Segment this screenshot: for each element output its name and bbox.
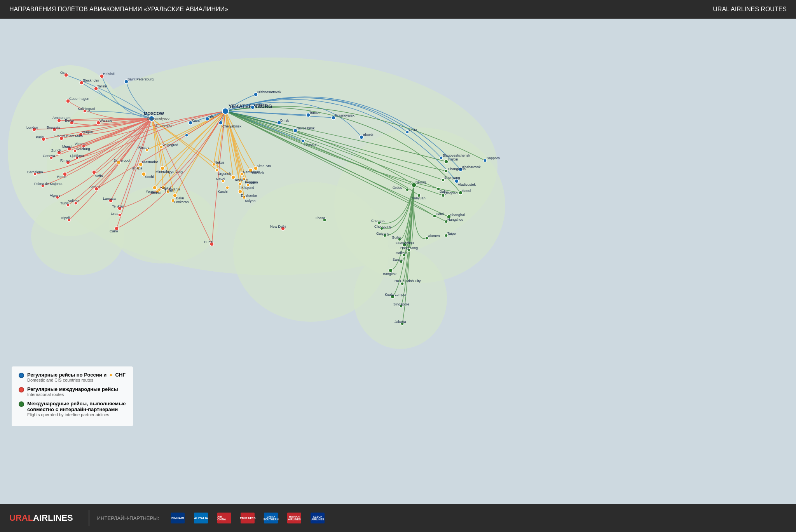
svg-text:Rimini: Rimini [60,159,70,162]
svg-text:Ordos: Ordos [393,186,402,190]
svg-point-24 [406,131,409,134]
svg-point-64 [226,186,229,189]
legend-ru-domestic: Регулярные рейсы по России и ● СНГ [27,372,126,378]
legend-domestic: Регулярные рейсы по России и ● СНГ Domes… [19,372,126,382]
partner-finnair: FINNAIR [171,513,186,523]
svg-text:Shanghai: Shanghai [450,213,465,217]
svg-text:Tunis: Tunis [60,201,69,205]
svg-text:Saint Petersburg: Saint Petersburg [127,77,154,81]
svg-text:Kaliningrad: Kaliningrad [78,107,95,111]
svg-text:Copenhagen: Copenhagen [69,97,89,101]
legend-en-international: International routes [27,392,118,397]
svg-text:Novosibirsk: Novosibirsk [297,126,315,130]
svg-text:Ljubljana: Ljubljana [70,154,84,158]
svg-text:Xiamen: Xiamen [428,234,440,238]
svg-text:Nizhnesartovsk: Nizhnesartovsk [257,90,281,94]
svg-text:Lenkoran: Lenkoran [174,200,189,204]
svg-text:Hong Kong: Hong Kong [400,246,418,250]
svg-text:Vladivostok: Vladivostok [458,183,476,187]
svg-text:Salzburg: Salzburg [76,147,90,151]
alitalia-logo: ALITALIA [194,513,208,523]
legend-interline: Международные рейсы, выполняемыесовместн… [19,401,126,417]
svg-text:Taipei: Taipei [447,232,457,235]
svg-text:Navoi: Navoi [216,177,225,181]
svg-text:Qingdao: Qingdao [444,191,457,195]
finnair-logo: FINNAIR [171,513,185,523]
svg-point-22 [302,140,305,143]
svg-text:Batumi: Batumi [150,191,161,195]
footer-logo-ural: URAL [9,513,33,523]
hainan-logo: HAINAN AIRLINES [287,513,301,523]
svg-text:Baku: Baku [176,196,184,200]
svg-text:Zhukovsky: Zhukovsky [155,124,173,127]
svg-text:Palma de Majorca: Palma de Majorca [34,182,63,186]
legend: Регулярные рейсы по России и ● СНГ Domes… [12,366,133,426]
footer-partners-label: ИНТЕРЛАЙН-ПАРТНЁРЫ: [97,515,159,521]
svg-text:Sofia: Sofia [95,174,103,178]
legend-dot-domestic [19,373,24,378]
legend-en-domestic: Domestic and CIS countries routes [27,378,126,382]
svg-text:Ufa: Ufa [208,115,214,119]
footer-divider [89,510,89,526]
svg-text:Paris: Paris [36,135,44,139]
svg-text:Dubai: Dubai [204,240,213,244]
svg-text:Ho Chi Minh City: Ho Chi Minh City [395,279,421,283]
svg-text:Bishkek: Bishkek [252,171,264,175]
legend-en-interline: Flights operated by interline partner ai… [27,412,126,417]
svg-text:Tripoli: Tripoli [60,216,70,220]
svg-point-17 [185,134,188,137]
svg-text:Algiers: Algiers [50,194,61,197]
svg-text:Lhasa: Lhasa [316,216,325,220]
svg-text:Geneva: Geneva [43,154,55,158]
svg-text:Chengdu: Chengdu [371,219,386,223]
svg-text:Brussels: Brussels [47,126,60,129]
svg-text:Chita: Chita [409,128,417,132]
svg-text:Tianyuan: Tianyuan [411,196,426,200]
svg-text:Sochi: Sochi [145,175,154,179]
emirates-logo: EMIRATES [241,513,255,523]
svg-text:Jakarta: Jakarta [395,320,406,324]
svg-point-173 [445,169,448,173]
partner-airchina: AIR CHINA [217,513,233,523]
svg-text:Guilin: Guilin [392,235,401,239]
svg-text:Cairo: Cairo [110,229,118,233]
svg-text:London: London [26,126,38,129]
title-english: URAL AIRLINES ROUTES [713,6,787,13]
svg-text:Frankfurt am Main: Frankfurt am Main [54,134,83,138]
footer: URALAIRLINES ИНТЕРЛАЙН-ПАРТНЁРЫ: FINNAIR… [0,504,796,532]
svg-text:Anapa: Anapa [132,166,142,170]
svg-text:Rostov: Rostov [138,146,150,150]
svg-text:Alma-Ata: Alma-Ata [257,164,271,168]
svg-text:Kulyab: Kulyab [245,199,256,203]
svg-text:Tyumen: Tyumen [254,103,267,107]
legend-dot-interline [19,401,24,407]
svg-point-6 [31,197,124,275]
partner-alitalia: ALITALIA [194,513,209,523]
svg-text:Haikou: Haikou [396,251,407,255]
svg-text:Shenyang: Shenyang [444,176,460,180]
svg-text:Mineralnyye Vody: Mineralnyye Vody [155,170,183,174]
partner-emirates: EMIRATES [241,513,256,523]
svg-text:Zurich: Zurich [51,148,61,152]
svg-text:Oslo: Oslo [60,71,68,75]
svg-text:Munich: Munich [62,145,73,148]
svg-text:Bangkok: Bangkok [383,272,397,276]
footer-logo-airlines: AIRLINES [33,513,73,523]
partner-chinasouthern: CHINA SOUTHERN [264,513,279,523]
svg-text:Kuala Lumpur: Kuala Lumpur [385,293,407,297]
svg-text:Tallinn: Tallinn [97,84,107,88]
svg-text:Irkutsk: Irkutsk [363,133,374,137]
legend-international: Регулярные международные рейсы Internati… [19,386,126,397]
footer-logo: URALAIRLINES [9,513,73,523]
svg-point-52 [153,186,157,190]
svg-text:Guangzhou: Guangzhou [396,241,414,245]
svg-text:Beijing: Beijing [415,180,426,184]
svg-text:Nukus: Nukus [215,160,225,164]
svg-text:Athens: Athens [89,185,101,189]
svg-text:Blagoveshchensk: Blagoveshchensk [443,153,470,157]
svg-text:Warsaw: Warsaw [100,119,112,122]
svg-text:Krasnodar: Krasnodar [142,160,158,164]
svg-text:Rome: Rome [57,175,66,179]
svg-text:Karshi: Karshi [218,190,228,194]
svg-text:Dushanbe: Dushanbe [241,194,257,197]
